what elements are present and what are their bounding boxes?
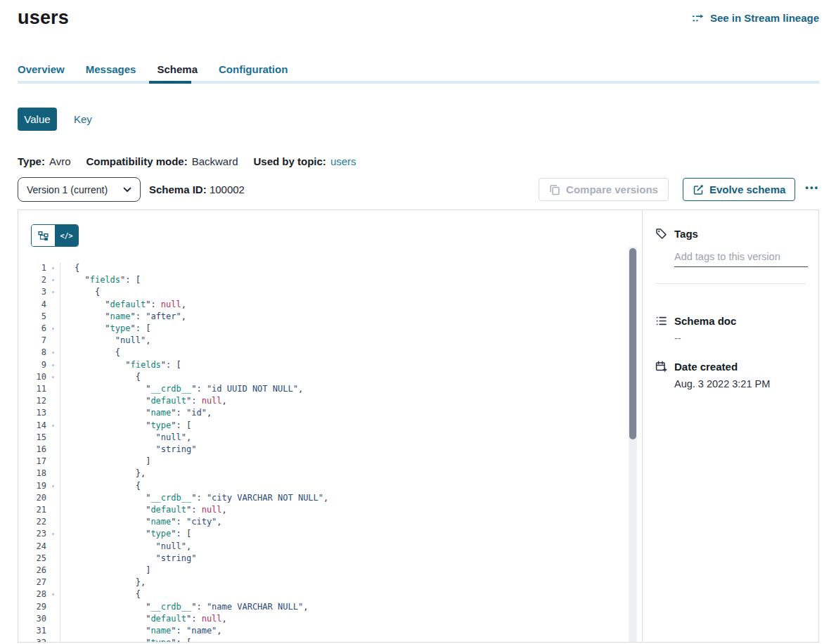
add-tags-input[interactable] bbox=[674, 251, 808, 267]
collapse-arrow-icon bbox=[46, 456, 60, 468]
code-content: "string" bbox=[60, 444, 196, 456]
date-created-value: Aug. 3 2022 3:21 PM bbox=[674, 378, 808, 389]
line-number: 4 bbox=[18, 299, 46, 311]
page-title: users bbox=[18, 7, 69, 29]
code-line: 19▾ { bbox=[18, 480, 642, 492]
date-created-section-header: Date created bbox=[655, 361, 808, 373]
code-content: "default": null, bbox=[60, 613, 227, 625]
code-line: 20 "__crdb__": "city VARCHAR NOT NULL", bbox=[18, 492, 642, 504]
collapse-arrow-icon bbox=[46, 516, 60, 528]
collapse-arrow-icon bbox=[46, 492, 60, 504]
collapse-arrow-icon bbox=[46, 444, 60, 456]
collapse-arrow-icon[interactable]: ▾ bbox=[46, 371, 60, 383]
code-content: "string" bbox=[60, 553, 196, 565]
code-line: 18 }, bbox=[18, 468, 642, 479]
schema-card: </> 1▾{2▾ "fields": [3▾ {4 "default": nu… bbox=[18, 210, 819, 643]
collapse-arrow-icon[interactable]: ▾ bbox=[46, 637, 60, 643]
tab-overview[interactable]: Overview bbox=[18, 63, 65, 75]
line-number: 29 bbox=[18, 601, 46, 613]
line-number: 22 bbox=[18, 516, 46, 528]
code-line: 14▾ "type": [ bbox=[18, 420, 642, 432]
collapse-arrow-icon bbox=[46, 468, 60, 479]
collapse-arrow-icon[interactable]: ▾ bbox=[46, 359, 60, 371]
code-content: "__crdb__": "city VARCHAR NOT NULL", bbox=[60, 492, 328, 504]
code-line: 7 "null", bbox=[18, 335, 642, 347]
code-content: "__crdb__": "id UUID NOT NULL", bbox=[60, 383, 303, 395]
code-line: 15 "null", bbox=[18, 432, 642, 444]
code-content: "__crdb__": "name VARCHAR NULL", bbox=[60, 601, 308, 613]
collapse-arrow-icon[interactable]: ▾ bbox=[46, 588, 60, 600]
code-content: "name": "name", bbox=[60, 625, 222, 637]
line-number: 2 bbox=[18, 274, 46, 286]
schema-doc-value: -- bbox=[674, 333, 808, 344]
schema-metadata-sidebar: Tags Schema doc -- bbox=[643, 210, 818, 642]
date-created-title: Date created bbox=[674, 361, 738, 373]
compatibility-mode: Compatibility mode: Backward bbox=[86, 155, 238, 167]
code-scrollbar-thumb[interactable] bbox=[629, 248, 636, 439]
line-number: 12 bbox=[18, 395, 46, 407]
code-line: 21 "default": null, bbox=[18, 504, 642, 516]
collapse-arrow-icon[interactable]: ▾ bbox=[46, 528, 60, 540]
line-number: 10 bbox=[18, 371, 46, 383]
line-number: 1 bbox=[18, 262, 46, 274]
collapse-arrow-icon bbox=[46, 625, 60, 637]
tab-messages[interactable]: Messages bbox=[86, 63, 136, 75]
schema-id-label: Schema ID: bbox=[149, 183, 207, 195]
code-content: "default": null, bbox=[60, 395, 227, 407]
topic-label: Used by topic: bbox=[254, 155, 326, 167]
key-tab-button[interactable]: Key bbox=[74, 113, 92, 125]
code-editor: 1▾{2▾ "fields": [3▾ {4 "default": null,5… bbox=[18, 262, 642, 643]
line-number: 11 bbox=[18, 383, 46, 395]
topic-link[interactable]: users bbox=[330, 155, 356, 167]
code-line: 28▾ { bbox=[18, 588, 642, 600]
collapse-arrow-icon[interactable]: ▾ bbox=[46, 420, 60, 432]
collapse-arrow-icon[interactable]: ▾ bbox=[46, 286, 60, 298]
version-select[interactable]: Version 1 (current) bbox=[18, 177, 141, 202]
schema-doc-section-header: Schema doc bbox=[655, 315, 808, 327]
copy-icon bbox=[549, 184, 560, 195]
collapse-arrow-icon[interactable]: ▾ bbox=[46, 323, 60, 335]
code-line: 1▾{ bbox=[18, 262, 642, 274]
version-toolbar: Version 1 (current) Schema ID: 100002 Co… bbox=[18, 177, 819, 202]
line-number: 14 bbox=[18, 420, 46, 432]
code-scrollbar-track[interactable] bbox=[629, 247, 637, 642]
line-number: 28 bbox=[18, 588, 46, 600]
collapse-arrow-icon bbox=[46, 504, 60, 516]
collapse-arrow-icon[interactable]: ▾ bbox=[46, 347, 60, 359]
code-content: "name": "id", bbox=[60, 407, 212, 419]
tab-configuration[interactable]: Configuration bbox=[219, 63, 288, 75]
more-actions-button[interactable]: ••• bbox=[805, 184, 819, 195]
schema-doc-title: Schema doc bbox=[674, 315, 736, 327]
code-content: { bbox=[60, 347, 120, 359]
code-line: 10▾ { bbox=[18, 371, 642, 383]
code-content: { bbox=[60, 588, 141, 600]
see-in-stream-lineage-link[interactable]: See in Stream lineage bbox=[692, 12, 819, 24]
line-number: 31 bbox=[18, 625, 46, 637]
line-number: 27 bbox=[18, 577, 46, 588]
code-content: "default": null, bbox=[60, 504, 227, 516]
collapse-arrow-icon bbox=[46, 395, 60, 407]
compat-value: Backward bbox=[192, 155, 238, 167]
tab-schema[interactable]: Schema bbox=[157, 63, 198, 75]
code-line: 17 ] bbox=[18, 456, 642, 468]
stream-lineage-icon bbox=[692, 13, 705, 23]
calendar-plus-icon bbox=[655, 361, 667, 373]
evolve-schema-button[interactable]: Evolve schema bbox=[683, 178, 795, 201]
line-number: 16 bbox=[18, 444, 46, 456]
code-content: "default": null, bbox=[60, 299, 186, 311]
line-number: 8 bbox=[18, 347, 46, 359]
collapse-arrow-icon[interactable]: ▾ bbox=[46, 480, 60, 492]
line-number: 19 bbox=[18, 480, 46, 492]
collapse-arrow-icon[interactable]: ▾ bbox=[46, 262, 60, 274]
compare-versions-button[interactable]: Compare versions bbox=[539, 178, 669, 201]
tree-view-button[interactable] bbox=[32, 225, 55, 246]
code-content: "fields": [ bbox=[60, 359, 181, 371]
line-number: 20 bbox=[18, 492, 46, 504]
type-value: Avro bbox=[49, 155, 71, 167]
value-tab-button[interactable]: Value bbox=[18, 108, 57, 131]
collapse-arrow-icon[interactable]: ▾ bbox=[46, 274, 60, 286]
schema-id: Schema ID: 100002 bbox=[149, 183, 245, 195]
schema-page: users See in Stream lineage Overview Mes… bbox=[0, 0, 836, 644]
code-content: ] bbox=[60, 565, 150, 577]
code-view-button[interactable]: </> bbox=[55, 225, 78, 246]
